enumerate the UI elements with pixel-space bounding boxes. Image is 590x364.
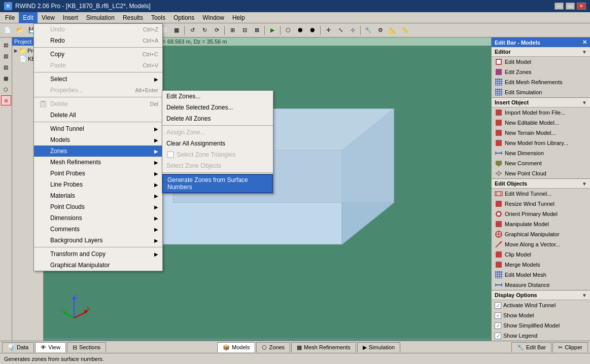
panel-edit-mesh[interactable]: Edit Model Mesh [492, 270, 590, 280]
panel-activate-wind-tunnel[interactable]: ✓ Activate Wind Tunnel [492, 300, 590, 310]
panel-move-along-vector[interactable]: Move Along a Vector... [492, 239, 590, 249]
menu-properties[interactable]: Properties... Alt+Enter [34, 85, 162, 96]
panel-new-editable[interactable]: New Editable Model... [492, 118, 590, 128]
panel-edit-model[interactable]: Edit Model [492, 57, 590, 67]
panel-edit-mesh[interactable]: Edit Mesh Refinements [492, 77, 590, 87]
edit-objects-header[interactable]: Edit Objects ▼ [492, 179, 590, 189]
panel-resize-wt[interactable]: Resize Wind Tunnel [492, 199, 590, 209]
panel-measure-distance[interactable]: Measure Distance [492, 280, 590, 290]
show-model-checkbox[interactable]: ✓ [495, 312, 501, 319]
left-icon-4[interactable]: ▩ [1, 73, 11, 83]
panel-show-legend[interactable]: ✓ Show Legend [492, 331, 590, 341]
tb-btn12[interactable]: ▦ [171, 25, 182, 36]
zones-clear-assign[interactable]: Clear All Assignments [162, 138, 273, 149]
panel-new-dimension[interactable]: New Dimension [492, 148, 590, 158]
tb-play[interactable]: ▶ [267, 25, 278, 36]
tab-edit-bar[interactable]: 🔧 Edit Bar [511, 342, 551, 352]
menu-tools[interactable]: Tools [147, 12, 169, 23]
tab-simulation[interactable]: ▶ Simulation [357, 342, 400, 352]
panel-orient-model[interactable]: Orient Primary Model [492, 209, 590, 219]
panel-new-from-library[interactable]: New Model from Library... [492, 138, 590, 148]
minimize-button[interactable]: ─ [554, 3, 564, 10]
panel-graphical-manipulator[interactable]: Graphical Manipulator [492, 229, 590, 239]
menu-redo[interactable]: Redo Ctrl+A [34, 35, 162, 46]
menu-file[interactable]: File [1, 12, 19, 23]
menu-select[interactable]: Select ▶ [34, 74, 162, 85]
zones-assign[interactable]: Assign Zone... [162, 127, 273, 138]
panel-new-terrain[interactable]: New Terrain Model... [492, 128, 590, 138]
tab-view[interactable]: 👁 View [35, 342, 66, 352]
panel-show-simplified[interactable]: ✓ Show Simplified Model [492, 320, 590, 331]
tb-misc1[interactable]: 🔧 [363, 25, 374, 36]
zones-edit[interactable]: Edit Zones... [162, 91, 273, 102]
panel-merge-models[interactable]: Merge Models [492, 260, 590, 270]
left-icon-5[interactable]: ⬡ [1, 84, 11, 94]
tb-rotate[interactable]: ↺ [187, 25, 198, 36]
menu-zones[interactable]: Zones ▶ [34, 145, 162, 157]
tab-clipper[interactable]: ✂ Clipper [552, 342, 588, 352]
menu-line-probes[interactable]: Line Probes ▶ [34, 179, 162, 190]
tb-zoom2[interactable]: ⊟ [239, 25, 250, 36]
zones-submenu[interactable]: Edit Zones... Delete Selected Zones... D… [162, 90, 273, 194]
menu-results[interactable]: Results [119, 12, 147, 23]
tb-misc3[interactable]: 📐 [387, 25, 398, 36]
zones-delete-all[interactable]: Delete All Zones [162, 113, 273, 124]
menu-copy[interactable]: Copy Ctrl+C [34, 49, 162, 60]
zones-select-triangles[interactable]: Select Zone Triangles [162, 149, 273, 160]
tb-zoom3[interactable]: ⊠ [251, 25, 262, 36]
panel-manipulate-model[interactable]: Manipulate Model [492, 219, 590, 229]
editor-section-header[interactable]: Editor ▼ [492, 47, 590, 57]
display-options-header[interactable]: Display Options ▼ [492, 290, 590, 300]
panel-new-point-cloud[interactable]: New Point Cloud [492, 168, 590, 178]
activate-wt-checkbox[interactable]: ✓ [495, 302, 501, 309]
menu-help[interactable]: Help [228, 12, 249, 23]
edit-menu[interactable]: Undo Ctrl+Z Redo Ctrl+A Copy Ctrl+C Past… [33, 23, 163, 271]
menu-comments[interactable]: Comments ▶ [34, 224, 162, 235]
tb-misc4[interactable]: 📏 [399, 25, 410, 36]
menu-dimensions[interactable]: Dimensions ▶ [34, 212, 162, 224]
panel-import-model[interactable]: Import Model from File... [492, 107, 590, 118]
tb-move[interactable]: ✛ [323, 25, 334, 36]
tb-layer[interactable]: ⬡ [283, 25, 294, 36]
panel-clip-model[interactable]: Clip Model [492, 249, 590, 260]
menu-paste[interactable]: Paste Ctrl+V [34, 60, 162, 71]
tb-layer2[interactable]: ⬢ [295, 25, 306, 36]
tb-rotate2[interactable]: ↻ [199, 25, 210, 36]
menu-delete-all[interactable]: Delete All [34, 110, 162, 121]
menu-graphical-manip[interactable]: Graphical Manipulator [34, 260, 162, 271]
left-icon-red[interactable]: ⊗ [1, 95, 11, 105]
tab-models[interactable]: 📦 Models [217, 342, 255, 352]
menu-insert[interactable]: Insert [59, 12, 82, 23]
menu-delete[interactable]: Delete Del [34, 98, 162, 110]
menu-options[interactable]: Options [169, 12, 198, 23]
zones-generate[interactable]: Generate Zones from Surface Numbers [162, 174, 273, 193]
menu-view[interactable]: View [38, 12, 59, 23]
tab-zones[interactable]: ⬡ Zones [256, 342, 290, 352]
menu-transform-copy[interactable]: Transform and Copy ▶ [34, 248, 162, 260]
menu-wind-tunnel[interactable]: Wind Tunnel ▶ [34, 123, 162, 134]
menu-models[interactable]: Models ▶ [34, 134, 162, 145]
menu-window[interactable]: Window [198, 12, 228, 23]
left-icon-1[interactable]: ▤ [1, 40, 11, 50]
menu-materials[interactable]: Materials ▶ [34, 190, 162, 201]
zones-select-objects[interactable]: Select Zone Objects [162, 160, 273, 171]
tb-zoom1[interactable]: ⊞ [227, 25, 238, 36]
menu-simulation[interactable]: Simulation [82, 12, 119, 23]
tab-sections[interactable]: ⊟ Sections [67, 342, 106, 352]
left-icon-3[interactable]: ▨ [1, 62, 11, 72]
tb-sel[interactable]: ⊹ [347, 25, 358, 36]
tb-new[interactable]: 📄 [2, 25, 13, 36]
left-icon-2[interactable]: ▧ [1, 51, 11, 61]
right-panel-controls[interactable]: ✕ [582, 39, 587, 46]
menu-undo[interactable]: Undo Ctrl+Z [34, 24, 162, 35]
tab-data[interactable]: 📊 Data [2, 342, 34, 352]
menu-point-clouds[interactable]: Point Clouds ▶ [34, 201, 162, 212]
menu-edit[interactable]: Edit [19, 12, 38, 23]
tb-scale[interactable]: ⤡ [335, 25, 346, 36]
tab-mesh[interactable]: ▦ Mesh Refinements [291, 342, 356, 352]
menu-point-probes[interactable]: Point Probes ▶ [34, 168, 162, 179]
tb-layer3[interactable]: ⬣ [307, 25, 318, 36]
show-simplified-checkbox[interactable]: ✓ [495, 322, 501, 329]
menu-background-layers[interactable]: Background Layers ▶ [34, 235, 162, 246]
panel-edit-zones[interactable]: Edit Zones [492, 67, 590, 77]
